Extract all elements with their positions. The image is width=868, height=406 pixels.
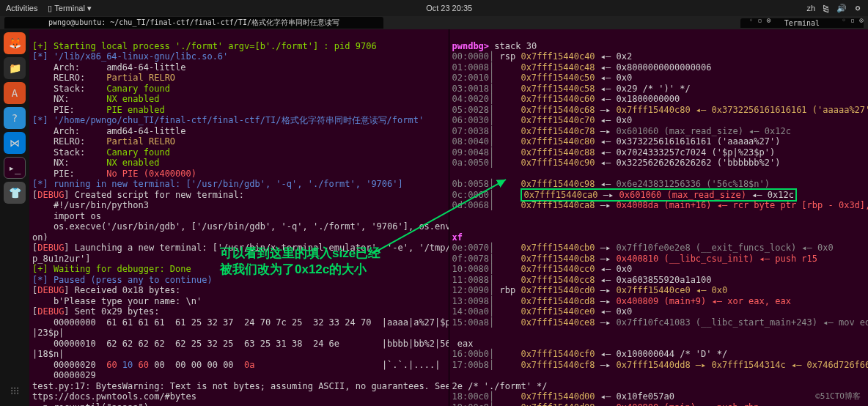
stack-row: 03:0018│ 0x7fff15440c58 ◂— 0x29 /* ')' *… — [452, 84, 866, 95]
apps-grid-icon[interactable]: ⁝⁝⁝ — [4, 380, 26, 402]
stack-row: 17:00b8│ 0x7fff15440cf8 —▸ 0x7fff15440dd… — [452, 360, 866, 371]
stack-row: 13:0098│ 0x7fff15440cd8 —▸ 0x400809 (mai… — [452, 296, 866, 307]
terminal-left[interactable]: [+] Starting local process './formt' arg… — [29, 29, 449, 406]
stack-row: 0e:0070│ 0x7fff15440cb0 —▸ 0x7ff10fe0e2e… — [452, 243, 866, 254]
terminal-icon[interactable]: ▸_ — [4, 157, 26, 179]
stack-row: 0a:0050│ 0x7fff15440c90 ◂— 0x32256262626… — [452, 158, 866, 169]
terminal-right[interactable]: pwndbg> stack 30 00:0000│ rsp 0x7fff1544… — [449, 29, 869, 406]
launcher: 🦊 📁 A ? ⋈ ▸_ 👕 ⁝⁝⁝ — [0, 29, 29, 406]
stack-row: 05:0028│ 0x7fff15440c68 —▸ 0x7fff15440c8… — [452, 105, 866, 116]
window-tabs: pwngo@ubuntu: ~/chu_TI/final-ctf/final-c… — [0, 16, 868, 29]
stack-row: 06:0030│ 0x7fff15440c70 ◂— 0x0 — [452, 115, 866, 126]
app-icon[interactable]: 👕 — [4, 182, 26, 204]
stack-row: 16:00b0│ 0x7fff15440cf0 ◂— 0x100000044 /… — [452, 349, 866, 360]
lang-icon[interactable]: zh — [806, 4, 815, 12]
stack-row: 02:0010│ 0x7fff15440c50 ◂— 0x0 — [452, 73, 866, 84]
clock[interactable]: Oct 23 20:35 — [426, 4, 472, 12]
stack-row: 07:0038│ 0x7fff15440c78 —▸ 0x601060 (max… — [452, 126, 866, 137]
stack-row: 14:00a0│ 0x7fff15440ce0 ◂— 0x0 — [452, 306, 866, 317]
sound-icon[interactable]: 🔊 — [836, 4, 847, 13]
activities[interactable]: Activities — [6, 4, 37, 13]
gnome-topbar: Activities ▯ Terminal ▾ Oct 23 20:35 zh … — [0, 0, 868, 16]
stack-row: 15:00a8│ 0x7fff15440ce8 —▸ 0x7ff10fc4108… — [452, 317, 866, 328]
stack-row: 00:0000│ rsp 0x7fff15440c40 ◂— 0x2 — [452, 51, 866, 62]
watermark: ©51CTO博客 — [815, 391, 861, 402]
stack-row: 01:0008│ 0x7fff15440c48 ◂— 0x80000000000… — [452, 62, 866, 73]
power-icon[interactable]: ⭘ — [854, 4, 862, 12]
stack-row: 09:0048│ 0x7fff15440c88 ◂— 0x7024333257c… — [452, 147, 866, 158]
stack-row: 19:00c8│ 0x7fff15440d08 —▸ 0x400800 (mai… — [452, 402, 866, 407]
firefox-icon[interactable]: 🦊 — [4, 32, 26, 54]
stack-row: 12:0090│ rbp 0x7fff15440cd0 —▸ 0x7fff154… — [452, 285, 866, 296]
tab-left[interactable]: pwngo@ubuntu: ~/chu_TI/final-ctf/final-c… — [4, 17, 383, 29]
window-controls[interactable]: ◦ ▫ ⊗ ◦ ▫ ⊗ — [749, 16, 864, 24]
stack-row: 10:0080│ 0x7fff15440cc0 ◂— 0x0 — [452, 264, 866, 275]
files-icon[interactable]: 📁 — [4, 57, 26, 79]
network-icon[interactable]: ⧎ — [823, 4, 829, 13]
stack-row: 04:0020│ 0x7fff15440c60 ◂— 0x1800000000 — [452, 94, 866, 105]
stack-row: 11:0088│ 0x7fff15440cc8 ◂— 0xa603855920a… — [452, 275, 866, 286]
app-menu[interactable]: ▯ Terminal ▾ — [48, 4, 92, 13]
stack-row: 08:0040│ 0x7fff15440c80 ◂— 0x37322561616… — [452, 136, 866, 147]
stack-row: 0f:0078│ 0x7fff15440cb8 —▸ 0x400810 (__l… — [452, 254, 866, 265]
help-icon[interactable]: ? — [4, 107, 26, 129]
software-icon[interactable]: A — [4, 82, 26, 104]
vscode-icon[interactable]: ⋈ — [4, 132, 26, 154]
stack-row: 18:00c0│ 0x7fff15440d00 ◂— 0x10fe057a0 — [452, 391, 866, 402]
